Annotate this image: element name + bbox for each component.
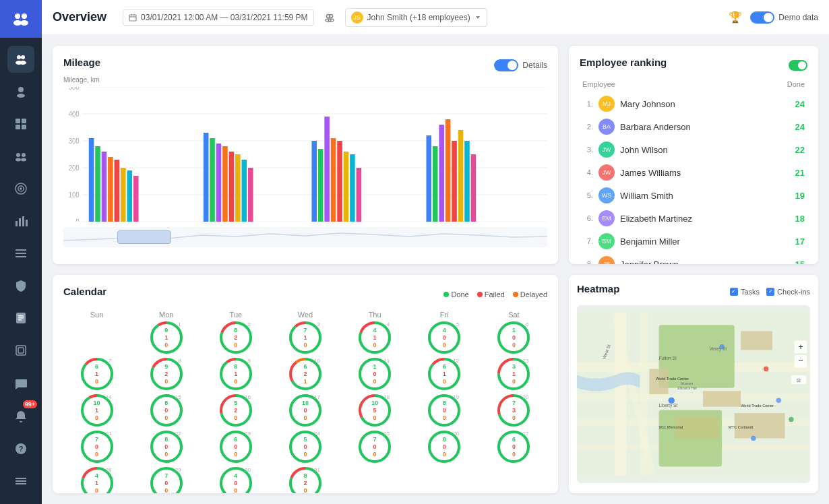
calendar-cell-donut[interactable]: 41028 <box>80 466 115 493</box>
calendar-cell[interactable]: 10011 <box>342 356 408 391</box>
ranking-row[interactable]: 1. MJ Mary Johnson 24 <box>580 92 807 115</box>
calendar-cell-donut[interactable]: 80022 <box>149 429 184 464</box>
calendar-cell[interactable]: 70021 <box>63 429 130 464</box>
ranking-row[interactable]: 3. JW John Wilson 22 <box>580 138 807 161</box>
calendar-cell-donut[interactable]: 1006 <box>496 320 531 355</box>
calendar-cell-donut[interactable]: 31013 <box>496 356 531 391</box>
calendar-cell[interactable]: 70025 <box>342 429 408 464</box>
calendar-cell-donut[interactable]: 101014 <box>80 393 115 428</box>
calendar-cell-donut[interactable]: 80019 <box>427 393 462 428</box>
calendar-cell[interactable]: 105018 <box>342 393 408 428</box>
calendar-cell[interactable]: 80026 <box>411 429 478 464</box>
svg-point-4 <box>17 55 21 59</box>
details-toggle[interactable]: Details <box>494 59 547 71</box>
calendar-cell[interactable]: 101014 <box>63 393 130 428</box>
calendar-cell[interactable]: 4104 <box>342 320 408 355</box>
calendar-cell-donut[interactable]: 4104 <box>357 320 392 355</box>
calendar-cell[interactable]: 9101 <box>133 320 199 355</box>
calendar-cell[interactable]: 41028 <box>63 466 130 493</box>
ranking-row[interactable]: 5. WS William Smith 19 <box>580 184 807 207</box>
sidebar-item-people[interactable] <box>7 143 34 170</box>
calendar-cell-donut[interactable]: 80015 <box>149 393 184 428</box>
donut-center: 100 <box>373 363 377 385</box>
sidebar-item-team[interactable] <box>7 46 34 73</box>
calendar-cell[interactable]: 40030 <box>202 466 269 493</box>
failed-count: 0 <box>443 334 446 342</box>
calendar-cell-donut[interactable]: 80026 <box>427 429 462 464</box>
calendar-cell[interactable]: 61012 <box>411 356 478 391</box>
calendar-cell-donut[interactable]: 8202 <box>218 320 253 355</box>
calendar-cell[interactable]: 7103 <box>272 320 338 355</box>
calendar-cell-donut[interactable]: 52016 <box>218 393 253 428</box>
calendar-cell-donut[interactable]: 7103 <box>288 320 323 355</box>
sidebar-item-target[interactable] <box>7 175 34 202</box>
ranking-row[interactable]: 7. BM Benjamin Miller 17 <box>580 230 807 253</box>
ranking-row[interactable]: 6. EM Elizabeth Martinez 18 <box>580 207 807 230</box>
calendar-cell[interactable]: 60027 <box>481 429 547 464</box>
calendar-cell[interactable]: 50024 <box>272 429 338 464</box>
calendar-cell[interactable]: 60023 <box>202 429 269 464</box>
calendar-cell[interactable]: 1006 <box>481 320 547 355</box>
sidebar-item-list[interactable] <box>7 240 34 267</box>
calendar-cell-donut[interactable]: 6107 <box>80 356 115 391</box>
map-container[interactable]: West St Fulton St Vesey St Liberty St Wo… <box>577 305 810 483</box>
ranking-row[interactable]: 2. BA Barbara Anderson 24 <box>580 115 807 138</box>
sidebar-item-user[interactable] <box>7 78 34 105</box>
calendar-cell-donut[interactable]: 9208 <box>149 356 184 391</box>
user-selector[interactable]: JS John Smith (+18 employees) <box>345 8 487 27</box>
mileage-toggle[interactable] <box>494 59 518 71</box>
calendar-cell[interactable]: 70029 <box>133 466 199 493</box>
calendar-cell-donut[interactable]: 73020 <box>496 393 531 428</box>
calendar-cell[interactable]: 4005 <box>411 320 478 355</box>
calendar-cell-donut[interactable]: 100017 <box>288 393 323 428</box>
sidebar-logo[interactable] <box>0 0 42 38</box>
sidebar-item-chart[interactable] <box>7 208 34 234</box>
calendar-cell-donut[interactable]: 40030 <box>218 466 253 493</box>
sidebar-item-bell[interactable]: 99+ <box>7 403 34 430</box>
ranking-toggle[interactable] <box>789 60 807 71</box>
calendar-cell[interactable]: 8202 <box>202 320 269 355</box>
calendar-cell[interactable]: 8109 <box>202 356 269 391</box>
ranking-row[interactable]: 8. JB Jennifer Brown 15 <box>580 253 807 264</box>
calendar-cell[interactable]: 31013 <box>481 356 547 391</box>
calendar-cell[interactable]: 80019 <box>411 393 478 428</box>
ranking-row[interactable]: 4. JW James Williams 21 <box>580 161 807 184</box>
date-range-picker[interactable]: 03/01/2021 12:00 AM — 03/31/2021 11:59 P… <box>123 9 314 26</box>
calendar-cell-donut[interactable]: 8109 <box>218 356 253 391</box>
calendar-cell[interactable]: 9208 <box>133 356 199 391</box>
sidebar-item-layers[interactable] <box>7 337 34 364</box>
calendar-cell-donut[interactable]: 10011 <box>357 356 392 391</box>
checkins-checkbox[interactable]: ✓ Check-ins <box>766 288 810 296</box>
calendar-cell[interactable]: 82031 <box>272 466 338 493</box>
calendar-cell-donut[interactable]: 9101 <box>149 320 184 355</box>
calendar-cell-donut[interactable]: 4005 <box>427 320 462 355</box>
sidebar-item-menu[interactable] <box>7 468 34 495</box>
calendar-cell-donut[interactable]: 62110 <box>288 356 323 391</box>
calendar-cell-donut[interactable]: 70021 <box>80 429 115 464</box>
calendar-cell[interactable]: 62110 <box>272 356 338 391</box>
sidebar-item-help[interactable]: ? <box>7 435 34 462</box>
calendar-cell[interactable]: 80022 <box>133 429 199 464</box>
tasks-checkbox[interactable]: ✓ Tasks <box>730 288 760 296</box>
chart-minimap[interactable] <box>63 227 547 247</box>
calendar-cell-donut[interactable]: 70029 <box>149 466 184 493</box>
calendar-cell[interactable]: 6107 <box>63 356 130 391</box>
sidebar-item-chat[interactable] <box>7 371 34 398</box>
calendar-cell-donut[interactable]: 82031 <box>288 466 323 493</box>
calendar-cell-donut[interactable]: 50024 <box>288 429 323 464</box>
calendar-cell[interactable]: 52016 <box>202 393 269 428</box>
sidebar-item-note[interactable] <box>7 305 34 332</box>
calendar-cell-donut[interactable]: 105018 <box>357 393 392 428</box>
toggle-switch[interactable] <box>750 11 774 24</box>
minimap-handle[interactable] <box>117 230 171 244</box>
calendar-cell-donut[interactable]: 60027 <box>496 429 531 464</box>
sidebar-item-dashboard[interactable] <box>7 111 34 137</box>
calendar-cell[interactable]: 100017 <box>272 393 338 428</box>
calendar-cell-donut[interactable]: 70025 <box>357 429 392 464</box>
demo-data-toggle[interactable]: Demo data <box>750 11 818 24</box>
calendar-cell-donut[interactable]: 61012 <box>427 356 462 391</box>
calendar-cell[interactable]: 80015 <box>133 393 199 428</box>
calendar-cell[interactable]: 73020 <box>481 393 547 428</box>
calendar-cell-donut[interactable]: 60023 <box>218 429 253 464</box>
sidebar-item-shield[interactable] <box>7 272 34 299</box>
